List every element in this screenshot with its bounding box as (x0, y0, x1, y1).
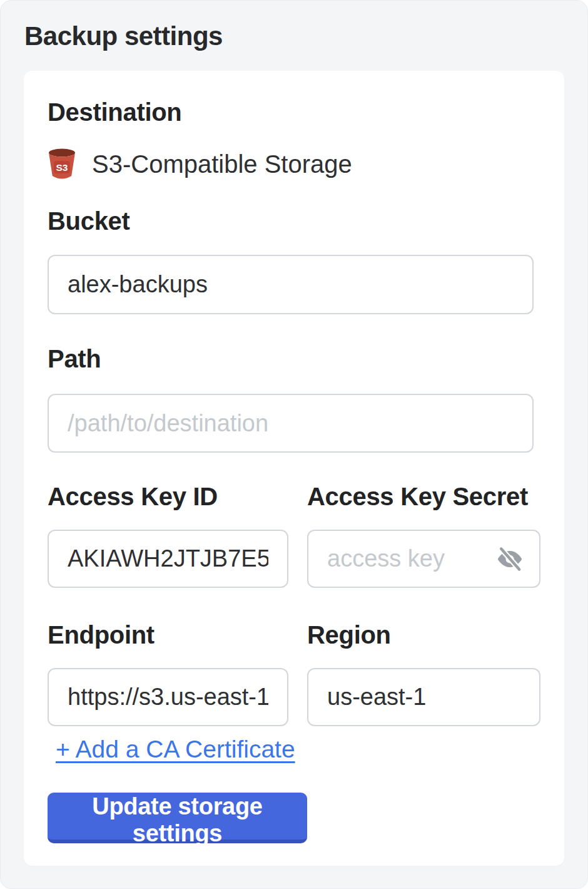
region-label: Region (307, 622, 540, 647)
region-field (307, 668, 540, 726)
destination-value: S3-Compatible Storage (92, 148, 352, 180)
region-input[interactable] (307, 668, 540, 726)
destination-row: S3 S3-Compatible Storage (48, 148, 539, 180)
bucket-input[interactable] (48, 255, 534, 314)
svg-text:S3: S3 (56, 162, 68, 173)
access-key-id-label: Access Key ID (48, 484, 288, 509)
eye-off-icon[interactable] (495, 545, 524, 573)
backup-settings-page: Backup settings Destination S3 S3-Compat… (0, 0, 588, 889)
server-labels: Endpoint Region (48, 622, 539, 647)
s3-bucket-icon: S3 (48, 148, 76, 180)
access-key-secret-label: Access Key Secret (307, 484, 540, 509)
access-key-secret-field (307, 530, 540, 588)
path-input[interactable] (48, 394, 534, 453)
update-storage-settings-button[interactable]: Update storage settings (48, 793, 307, 843)
add-ca-certificate-link[interactable]: + Add a CA Certificate (56, 735, 295, 764)
access-keys-labels: Access Key ID Access Key Secret (48, 484, 539, 509)
access-key-id-field (48, 530, 288, 588)
bucket-label: Bucket (48, 208, 539, 234)
backup-settings-card: Destination S3 S3-Compatible Storage Buc… (24, 71, 564, 866)
endpoint-input[interactable] (48, 668, 288, 726)
destination-label: Destination (48, 100, 539, 125)
endpoint-label: Endpoint (48, 622, 288, 647)
access-keys-inputs (48, 509, 539, 588)
endpoint-field (48, 668, 288, 726)
path-label: Path (48, 346, 539, 371)
page-title: Backup settings (24, 23, 587, 49)
access-key-id-input[interactable] (48, 530, 288, 588)
server-inputs (48, 647, 539, 726)
